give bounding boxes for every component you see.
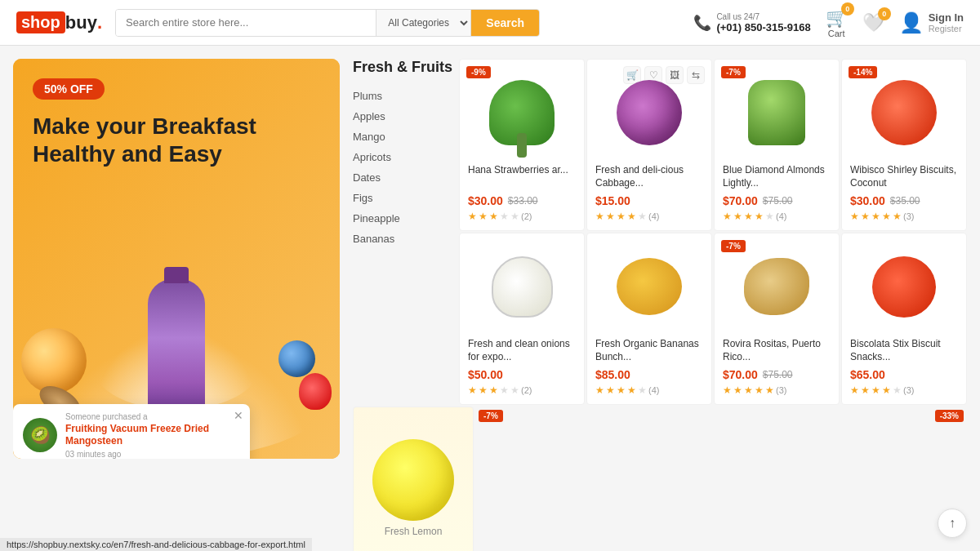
price-old: $35.00	[890, 195, 920, 207]
star-filled: ★	[861, 211, 870, 222]
review-count: (2)	[521, 211, 532, 221]
phone-number: (+01) 850-315-9168	[716, 21, 810, 33]
right-panel: Fresh & Fruits PlumsApplesMangoApricotsD…	[340, 59, 967, 551]
product-name: Fresh Organic Bananas Bunch...	[595, 338, 703, 364]
price-row: $65.00	[850, 368, 958, 381]
cart-badge: 0	[841, 2, 854, 16]
star-empty: ★	[638, 211, 647, 222]
cart-block[interactable]: 🛒 0 Cart	[826, 7, 848, 38]
product-card[interactable]: Biscolata Stix Biscuit Snacks... $65.00 …	[841, 233, 967, 405]
bottom-partial: -7% -33% Vegetables	[475, 407, 967, 551]
product-card[interactable]: -7% Rovira Rositas, Puerto Rico... $70.0…	[714, 233, 840, 405]
product-stars: ★★★★★ (3)	[850, 211, 958, 222]
logo-dot: .	[97, 12, 102, 33]
search-button[interactable]: Search	[471, 10, 539, 36]
star-filled: ★	[755, 384, 764, 396]
product-card[interactable]: 🛒 ♡ 🖼 ⇆ Fresh and deli-cious Cabbage... …	[586, 59, 712, 231]
products-grid: -9% Hana Strawberries ar... $30.00 $33.0…	[459, 59, 967, 405]
category-item[interactable]: Pineapple	[353, 208, 459, 229]
discount-badge: 50% OFF	[33, 78, 105, 100]
notif-avatar: 🥝	[23, 418, 57, 452]
user-icon: 👤	[899, 11, 924, 34]
notif-text: Someone purchased a Fruitking Vacuum Fre…	[65, 412, 240, 459]
category-item[interactable]: Dates	[353, 167, 459, 188]
star-filled: ★	[733, 384, 742, 396]
product-image	[723, 68, 831, 158]
price-new: $85.00	[595, 368, 630, 381]
notif-product[interactable]: Fruitking Vacuum Freeze Dried Mangosteen	[65, 423, 240, 448]
category-select[interactable]: All Categories	[376, 10, 471, 36]
category-menu: Fresh & Fruits PlumsApplesMangoApricotsD…	[353, 59, 459, 405]
url-bar: https://shopbuy.nextsky.co/en7/fresh-and…	[0, 538, 312, 551]
review-count: (3)	[903, 211, 914, 221]
phone-block: 📞 Call us 24/7 (+01) 850-315-9168	[693, 12, 810, 33]
review-count: (2)	[521, 385, 532, 395]
search-bar: All Categories Search	[115, 9, 540, 37]
site-logo[interactable]: shopbuy.	[16, 11, 102, 33]
price-row: $30.00 $33.00	[468, 194, 576, 207]
cart-icon: 🛒 0	[826, 7, 848, 29]
star-filled: ★	[744, 384, 753, 396]
star-filled: ★	[489, 211, 498, 222]
star-filled: ★	[627, 384, 636, 396]
product-image	[595, 242, 703, 331]
price-row: $70.00 $75.00	[723, 194, 831, 207]
star-filled: ★	[627, 211, 636, 222]
product-image	[850, 242, 958, 331]
star-empty: ★	[500, 211, 509, 222]
wishlist-block[interactable]: 🤍 0	[862, 12, 884, 33]
product-name: Fresh and deli-cious Cabbage...	[595, 164, 703, 190]
sign-in-text: Sign In	[929, 11, 964, 24]
fresh-fruits-title: Fresh & Fruits	[353, 59, 459, 76]
product-image	[468, 68, 576, 158]
header-actions: 📞 Call us 24/7 (+01) 850-315-9168 🛒 0 Ca…	[693, 7, 964, 38]
product-card[interactable]: -9% Hana Strawberries ar... $30.00 $33.0…	[459, 59, 585, 231]
strawberry-fruit	[299, 373, 332, 410]
product-stars: ★★★★★ (4)	[723, 211, 831, 222]
product-image	[595, 68, 703, 158]
star-filled: ★	[882, 384, 891, 396]
wishlist-badge: 0	[878, 7, 891, 20]
star-filled: ★	[871, 384, 880, 396]
star-filled: ★	[744, 211, 753, 222]
sign-in-block[interactable]: 👤 Sign In Register	[899, 11, 964, 34]
star-filled: ★	[617, 384, 626, 396]
star-filled: ★	[871, 211, 880, 222]
star-empty: ★	[893, 384, 902, 396]
star-filled: ★	[882, 211, 891, 222]
product-card[interactable]: Fresh Organic Bananas Bunch... $85.00 ★★…	[586, 233, 712, 405]
price-row: $85.00	[595, 368, 703, 381]
price-new: $30.00	[468, 194, 503, 207]
product-stars: ★★★★★ (4)	[595, 211, 703, 222]
site-header: shopbuy. All Categories Search 📞 Call us…	[0, 0, 980, 46]
cart-label: Cart	[826, 29, 848, 38]
scroll-top-button[interactable]: ↑	[938, 509, 967, 538]
star-filled: ★	[595, 211, 604, 222]
product-image	[723, 242, 831, 331]
logo-buy: buy	[65, 12, 97, 33]
star-filled: ★	[723, 211, 732, 222]
orange-fruit	[21, 328, 87, 393]
star-filled: ★	[861, 384, 870, 396]
category-item[interactable]: Apples	[353, 106, 459, 127]
price-old: $75.00	[763, 195, 793, 207]
banner-inner: 50% OFF Make your Breakfast Healthy and …	[13, 59, 340, 459]
product-card[interactable]: -14% Wibisco Shirley Biscuits, Coconut $…	[841, 59, 967, 231]
product-image	[850, 68, 958, 158]
review-count: (4)	[648, 211, 659, 221]
category-item[interactable]: Mango	[353, 127, 459, 147]
lemon-image	[372, 439, 454, 521]
price-new: $50.00	[468, 368, 503, 381]
notif-close-button[interactable]: ✕	[234, 409, 243, 422]
star-filled: ★	[479, 211, 488, 222]
product-card[interactable]: -7% Blue Diamond Almonds Lightly... $70.…	[714, 59, 840, 231]
category-item[interactable]: Figs	[353, 188, 459, 208]
category-item[interactable]: Apricots	[353, 147, 459, 167]
category-item[interactable]: Plums	[353, 86, 459, 106]
search-input[interactable]	[116, 10, 376, 36]
product-card[interactable]: Fresh and clean onions for expo... $50.0…	[459, 233, 585, 405]
category-item[interactable]: Bananas	[353, 229, 459, 249]
products-area: -9% Hana Strawberries ar... $30.00 $33.0…	[459, 59, 967, 405]
product-image	[468, 242, 576, 331]
star-filled: ★	[489, 384, 498, 396]
